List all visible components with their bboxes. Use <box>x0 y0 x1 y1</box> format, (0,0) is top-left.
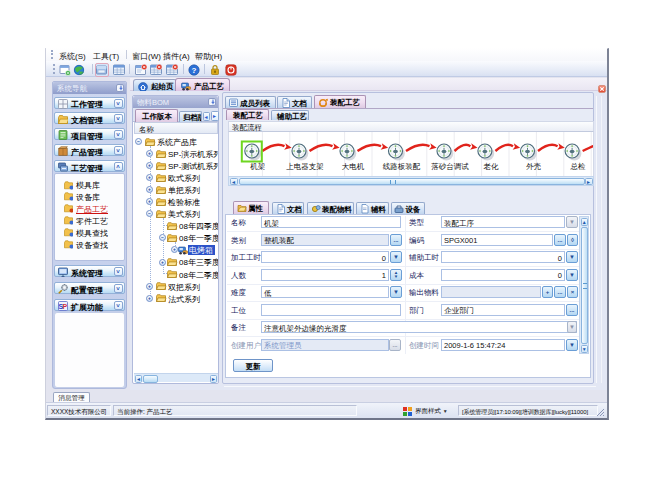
svg-text:?: ? <box>192 66 197 75</box>
svg-text:P: P <box>62 303 67 310</box>
